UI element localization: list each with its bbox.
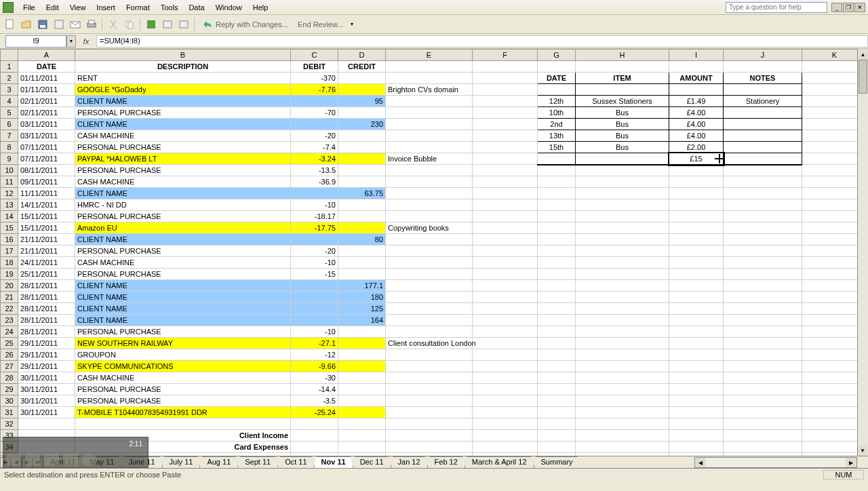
cell-B32[interactable] [75, 418, 291, 430]
col-header-D[interactable]: D [338, 50, 386, 61]
send-icon[interactable] [160, 17, 175, 32]
cell-B5[interactable]: PERSONAL PURCHASE [75, 107, 291, 119]
row-header-7[interactable]: 7 [1, 130, 18, 142]
cell-D33[interactable] [338, 430, 386, 441]
cell-E28[interactable] [386, 372, 473, 384]
sheet-tab-Aug-11[interactable]: Aug 11 [199, 456, 238, 468]
reply-changes-button[interactable]: Reply with Changes... [198, 17, 292, 32]
row-header-1[interactable]: 1 [1, 61, 18, 73]
sheet-tab-June-11[interactable]: June 11 [121, 456, 162, 468]
cell-B12[interactable]: CLIENT NAME [75, 188, 291, 199]
cell-A8[interactable]: 07/11/2011 [18, 142, 75, 153]
cell-A15[interactable]: 15/11/2011 [18, 222, 75, 234]
cell-A34[interactable] [18, 441, 75, 453]
close-button[interactable]: ✕ [854, 3, 865, 12]
cell-D5[interactable] [338, 107, 386, 119]
cell-E12[interactable] [386, 188, 473, 199]
side-date-4[interactable]: 12th [538, 96, 576, 107]
cell-E8[interactable] [386, 142, 473, 153]
cell-C31[interactable]: -25.24 [291, 407, 338, 418]
cell-D1[interactable]: CREDIT [338, 61, 386, 73]
row-header-33[interactable]: 33 [1, 430, 18, 441]
cell-D10[interactable] [338, 165, 386, 176]
cell-A12[interactable]: 11/11/2011 [18, 188, 75, 199]
cell-D9[interactable] [338, 153, 386, 165]
help-search-input[interactable] [726, 2, 827, 13]
cell-D12[interactable]: 63.75 [338, 188, 386, 199]
cell-D29[interactable] [338, 384, 386, 395]
cell-C7[interactable]: -20 [291, 130, 338, 142]
col-header-G[interactable]: G [538, 50, 576, 61]
side-date-8[interactable]: 15th [538, 142, 576, 153]
cell-C32[interactable] [291, 418, 338, 430]
row-header-14[interactable]: 14 [1, 211, 18, 222]
cell-C33[interactable] [291, 430, 338, 441]
sheet-tab-Sept-11[interactable]: Sept 11 [237, 456, 278, 468]
side-item-8[interactable]: Bus [576, 142, 669, 153]
row-header-12[interactable]: 12 [1, 188, 18, 199]
cell-D16[interactable]: 80 [338, 234, 386, 246]
row-header-22[interactable]: 22 [1, 303, 18, 315]
cell-D24[interactable] [338, 326, 386, 338]
open-icon[interactable] [19, 17, 34, 32]
scroll-right-icon[interactable]: ▶ [846, 458, 856, 467]
cell-E17[interactable] [386, 246, 473, 257]
cell-D15[interactable] [338, 222, 386, 234]
row-header-5[interactable]: 5 [1, 107, 18, 119]
restore-button[interactable]: ❐ [843, 3, 854, 12]
cell-B28[interactable]: CASH MACHINE [75, 372, 291, 384]
cell-C27[interactable]: -9.66 [291, 361, 338, 372]
cell-D34[interactable] [338, 441, 386, 453]
side-date-6[interactable]: 2nd [538, 119, 576, 130]
row-header-34[interactable]: 34 [1, 441, 18, 453]
scroll-thumb[interactable] [859, 60, 867, 94]
sheet-tab-July-11[interactable]: July 11 [162, 456, 201, 468]
cell-E26[interactable] [386, 349, 473, 361]
cell-A13[interactable]: 14/11/2011 [18, 199, 75, 211]
cell-E34[interactable] [386, 441, 473, 453]
cell-E9[interactable]: Invoice Bubble [386, 153, 473, 165]
cell-C30[interactable]: -3.5 [291, 395, 338, 407]
save-icon[interactable] [35, 17, 50, 32]
cell-I9-active[interactable]: £15 [669, 153, 724, 165]
side-date-5[interactable]: 10th [538, 107, 576, 119]
side-item-6[interactable]: Bus [576, 119, 669, 130]
cell-A16[interactable]: 21/11/2011 [18, 234, 75, 246]
cell-A18[interactable]: 24/11/2011 [18, 257, 75, 269]
cell-A31[interactable]: 30/11/2011 [18, 407, 75, 418]
menu-format[interactable]: Format [121, 2, 155, 13]
cell-E30[interactable] [386, 395, 473, 407]
cell-A14[interactable]: 15/11/2011 [18, 211, 75, 222]
cut-icon[interactable] [106, 17, 121, 32]
cell-D3[interactable] [338, 84, 386, 96]
cell-B16[interactable]: CLIENT NAME [75, 234, 291, 246]
cell-B33[interactable]: Client Income [75, 430, 291, 441]
new-icon[interactable] [3, 17, 18, 32]
cell-D26[interactable] [338, 349, 386, 361]
cell-E23[interactable] [386, 315, 473, 326]
cell-E20[interactable] [386, 280, 473, 292]
cell-A30[interactable]: 30/11/2011 [18, 395, 75, 407]
cell-A19[interactable]: 25/11/2011 [18, 269, 75, 280]
scroll-up-icon[interactable]: ▲ [859, 49, 868, 60]
side-item-4[interactable]: Sussex Stationers [576, 96, 669, 107]
cell-D13[interactable] [338, 199, 386, 211]
side-amount-5[interactable]: £4.00 [669, 107, 724, 119]
cell-E18[interactable] [386, 257, 473, 269]
copy-icon[interactable] [122, 17, 137, 32]
cell-B7[interactable]: CASH MACHINE [75, 130, 291, 142]
cell-C9[interactable]: -3.24 [291, 153, 338, 165]
cell-A23[interactable]: 28/11/2011 [18, 315, 75, 326]
fx-icon[interactable]: fx [76, 37, 96, 45]
sheet-tab-Dec-11[interactable]: Dec 11 [353, 456, 391, 468]
cell-B2[interactable]: RENT [75, 73, 291, 84]
row-header-6[interactable]: 6 [1, 119, 18, 130]
row-header-18[interactable]: 18 [1, 257, 18, 269]
menu-window[interactable]: Window [210, 2, 248, 13]
side-hdr-notes[interactable]: NOTES [724, 73, 802, 84]
cell-D7[interactable] [338, 130, 386, 142]
row-header-19[interactable]: 19 [1, 269, 18, 280]
spreadsheet-grid[interactable]: ABCDEFGHIJKL1DATEDESCRIPTIONDEBITCREDIT2… [0, 49, 868, 480]
sheet-tab-Jan-12[interactable]: Jan 12 [391, 456, 428, 468]
cell-C34[interactable] [291, 441, 338, 453]
